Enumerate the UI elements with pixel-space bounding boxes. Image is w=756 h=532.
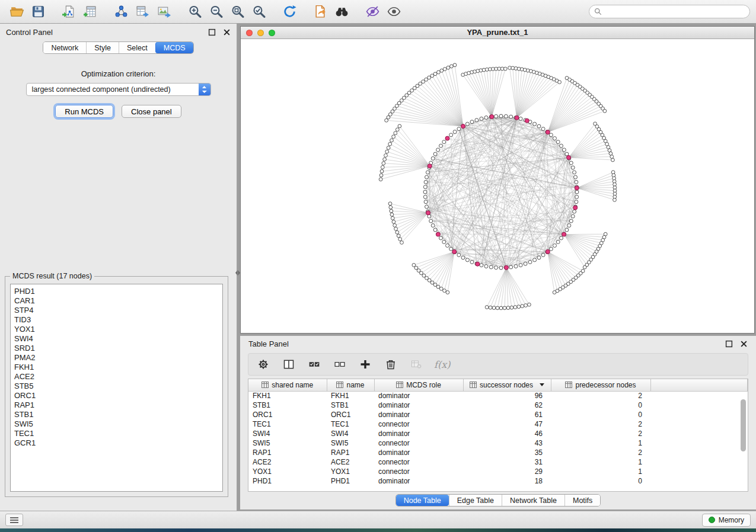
refresh-button[interactable] [279, 2, 300, 21]
mcds-result-item[interactable]: TID3 [14, 315, 219, 325]
close-panel-icon[interactable] [223, 28, 231, 36]
column-header-MCDS-role[interactable]: MCDS role [374, 379, 463, 391]
task-history-button[interactable] [5, 514, 23, 526]
table-cell: 31 [463, 457, 551, 467]
zoom-fit-button[interactable] [227, 2, 248, 21]
mcds-result-item[interactable]: SWI4 [14, 334, 219, 344]
column-header-predecessor-nodes[interactable]: predecessor nodes [551, 379, 650, 391]
tab-mcds[interactable]: MCDS [155, 42, 193, 53]
minimize-window-icon[interactable] [257, 30, 264, 36]
network-from-table-button[interactable] [132, 2, 153, 21]
toolbar-separator [269, 11, 279, 12]
panel-splitter-handle[interactable] [235, 265, 240, 280]
close-panel-button[interactable]: Close panel [122, 105, 181, 118]
table-row[interactable]: STB1STB1dominator620 [248, 400, 748, 410]
mcds-result-item[interactable]: TEC1 [14, 429, 219, 438]
tab-network[interactable]: Network [43, 42, 86, 53]
mcds-result-item[interactable]: SWI5 [14, 419, 219, 429]
mcds-result-item[interactable]: GCR1 [14, 438, 219, 448]
criterion-dropdown[interactable]: largest connected component (undirected) [26, 83, 211, 96]
tab-style[interactable]: Style [86, 42, 119, 53]
new-network-button[interactable] [110, 2, 132, 21]
save-icon [31, 4, 46, 19]
deselect-all-button[interactable] [332, 357, 347, 372]
mcds-result-item[interactable]: SRD1 [14, 344, 219, 353]
save-button[interactable] [27, 2, 49, 21]
table-tab-edge-table[interactable]: Edge Table [449, 495, 502, 506]
close-table-panel-icon[interactable] [740, 340, 748, 348]
table-toolbar: f(x) [248, 353, 748, 376]
table-row[interactable]: ACE2ACE2connector311 [248, 457, 748, 467]
table-tab-node-table[interactable]: Node Table [396, 495, 449, 506]
search-input[interactable] [605, 8, 745, 16]
share-document-button[interactable] [310, 2, 331, 21]
table-cell: FKH1 [327, 391, 374, 400]
memory-button[interactable]: Memory [702, 514, 751, 527]
table-row[interactable]: SWI4SWI4dominator462 [248, 429, 748, 438]
mcds-result-item[interactable]: FKH1 [14, 363, 219, 372]
table-cell: 0 [551, 410, 650, 419]
table-cell: dominator [374, 448, 463, 457]
tab-select[interactable]: Select [119, 42, 155, 53]
table-row[interactable]: PHD1PHD1dominator180 [248, 476, 748, 486]
table-cell: connector [374, 467, 463, 476]
split-view-button[interactable] [281, 357, 296, 372]
find-button[interactable] [331, 2, 352, 21]
function-button[interactable]: f(x) [434, 357, 450, 372]
mcds-result-item[interactable]: STB1 [14, 410, 219, 419]
mcds-result-item[interactable]: ACE2 [14, 372, 219, 382]
node-table: shared namenameMCDS rolesuccessor nodesp… [248, 379, 748, 486]
mcds-result-list[interactable]: PHD1CAR1STP4TID3YOX1SWI4SRD1PMA2FKH1ACE2… [10, 284, 223, 492]
table-row[interactable]: ORC1ORC1dominator610 [248, 410, 748, 419]
mcds-result-item[interactable]: STB5 [14, 382, 219, 391]
import-network-icon [62, 4, 76, 19]
table-row[interactable]: SWI5SWI5connector431 [248, 438, 748, 448]
table-row[interactable]: YOX1YOX1connector291 [248, 467, 748, 476]
column-header-name[interactable]: name [327, 379, 374, 391]
mcds-result-item[interactable]: STP4 [14, 306, 219, 315]
table-cell: connector [374, 438, 463, 448]
filter-button[interactable] [362, 2, 383, 21]
table-cell: SWI4 [327, 429, 374, 438]
table-cell: 29 [463, 467, 551, 476]
mcds-result-item[interactable]: YOX1 [14, 325, 219, 334]
mcds-result-item[interactable]: ORC1 [14, 391, 219, 400]
search-box[interactable] [589, 5, 750, 18]
table-tab-motifs[interactable]: Motifs [564, 495, 600, 506]
mcds-result-item[interactable]: CAR1 [14, 296, 219, 306]
table-scrollbar-thumb[interactable] [741, 399, 746, 451]
network-title: YPA_prune.txt_1 [241, 27, 754, 39]
mcds-result-item[interactable]: RAP1 [14, 400, 219, 410]
column-header-shared-name[interactable]: shared name [248, 379, 327, 391]
table-cell [650, 476, 748, 486]
float-table-panel-icon[interactable] [725, 340, 733, 348]
export-image-button[interactable] [153, 2, 174, 21]
select-all-button[interactable] [307, 357, 322, 372]
network-canvas[interactable] [241, 39, 754, 333]
import-network-button[interactable] [58, 2, 79, 21]
open-folder-button[interactable] [6, 2, 27, 21]
mcds-result-item[interactable]: PMA2 [14, 353, 219, 363]
mcds-result-item[interactable]: PHD1 [14, 287, 219, 296]
table-row[interactable]: FKH1FKH1dominator962 [248, 391, 748, 400]
table-cell: 2 [551, 448, 650, 457]
table-tab-network-table[interactable]: Network Table [502, 495, 564, 506]
zoom-in-button[interactable] [184, 2, 205, 21]
maximize-window-icon[interactable] [269, 30, 275, 36]
close-window-icon[interactable] [246, 30, 253, 36]
show-hide-button[interactable] [383, 2, 404, 21]
table-row[interactable]: RAP1RAP1dominator352 [248, 448, 748, 457]
add-row-button[interactable] [358, 357, 373, 372]
float-panel-icon[interactable] [208, 28, 216, 36]
table-cell: 1 [551, 457, 650, 467]
column-header-successor-nodes[interactable]: successor nodes [463, 379, 551, 391]
table-cell: dominator [374, 400, 463, 410]
import-table-button[interactable] [79, 2, 101, 21]
table-row[interactable]: TEC1TEC1connector472 [248, 419, 748, 429]
delete-row-button[interactable] [383, 357, 398, 372]
settings-button[interactable] [256, 357, 271, 372]
toolbar-separator [352, 11, 362, 12]
run-mcds-button[interactable]: Run MCDS [55, 105, 113, 118]
zoom-selected-button[interactable] [248, 2, 269, 21]
zoom-out-button[interactable] [205, 2, 227, 21]
